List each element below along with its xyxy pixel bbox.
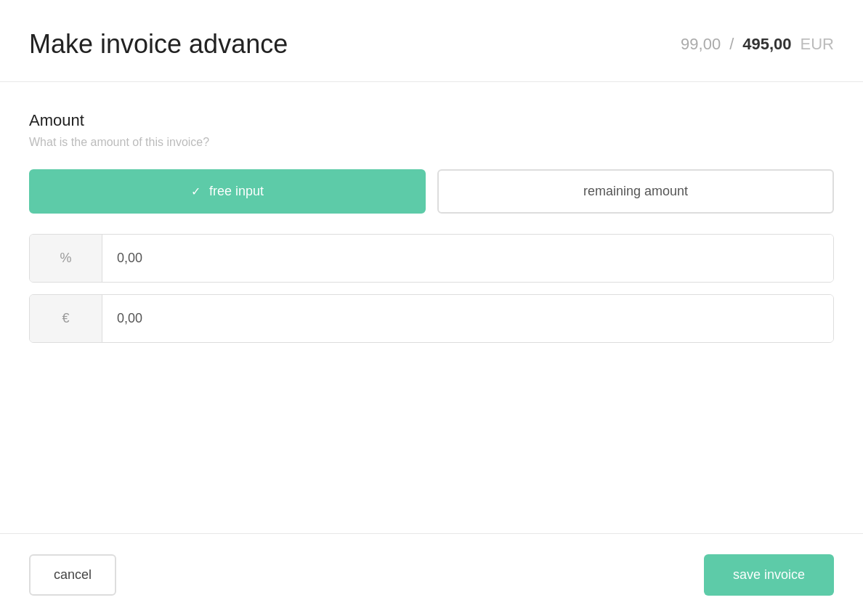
header-amount-display: 99,00 / 495,00 EUR bbox=[681, 35, 834, 54]
modal-footer: cancel save invoice bbox=[0, 533, 863, 616]
percent-prefix: % bbox=[30, 235, 102, 282]
check-icon: ✓ bbox=[191, 185, 200, 198]
free-input-label: free input bbox=[209, 184, 264, 199]
modal-header: Make invoice advance 99,00 / 495,00 EUR bbox=[0, 0, 863, 82]
toggle-group: ✓ free input remaining amount bbox=[29, 169, 834, 214]
amount-separator: / bbox=[729, 35, 734, 54]
euro-prefix: € bbox=[30, 295, 102, 342]
page-title: Make invoice advance bbox=[29, 29, 288, 60]
modal-content: Amount What is the amount of this invoic… bbox=[0, 82, 863, 533]
euro-input[interactable] bbox=[102, 295, 833, 342]
free-input-button[interactable]: ✓ free input bbox=[29, 169, 426, 214]
euro-input-row: € bbox=[29, 294, 834, 343]
percent-input[interactable] bbox=[102, 235, 833, 282]
amount-label: Amount bbox=[29, 111, 834, 130]
amount-currency: EUR bbox=[801, 35, 834, 54]
amount-current: 99,00 bbox=[681, 35, 721, 54]
save-invoice-button[interactable]: save invoice bbox=[704, 554, 834, 596]
modal-container: Make invoice advance 99,00 / 495,00 EUR … bbox=[0, 0, 863, 616]
amount-description: What is the amount of this invoice? bbox=[29, 136, 834, 149]
amount-total: 495,00 bbox=[742, 35, 791, 54]
percent-input-row: % bbox=[29, 234, 834, 283]
remaining-amount-button[interactable]: remaining amount bbox=[437, 169, 834, 214]
cancel-button[interactable]: cancel bbox=[29, 554, 116, 596]
remaining-amount-label: remaining amount bbox=[583, 184, 688, 199]
